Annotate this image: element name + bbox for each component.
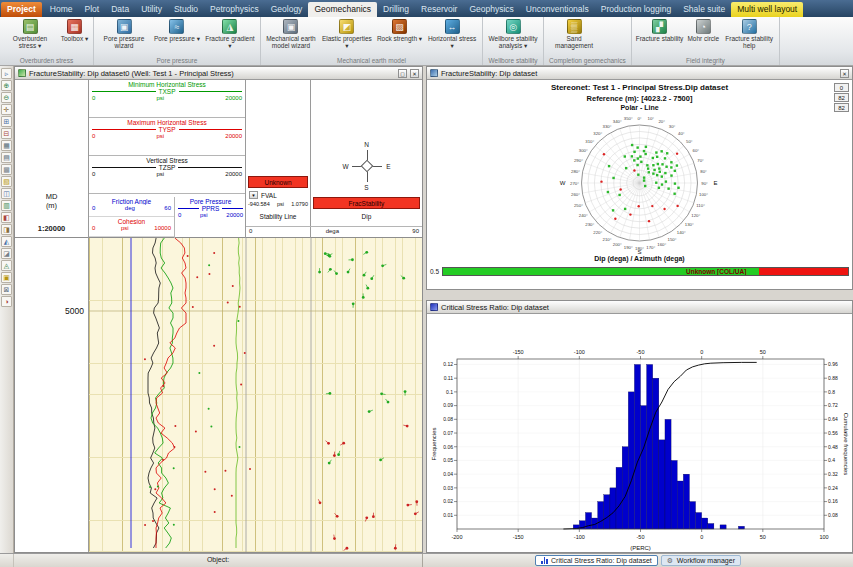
pore-pressure-wizard-button[interactable]: ▣Pore pressure wizard [96, 18, 152, 50]
track-remove-icon[interactable]: ⊟ [1, 128, 12, 139]
stereonet-counter-0[interactable]: 0 [834, 83, 849, 92]
fracture-stability-icon: ▞ [652, 19, 667, 34]
log-tracks-chart[interactable] [89, 238, 422, 552]
svg-text:0.96: 0.96 [828, 361, 838, 367]
tab-geology[interactable]: Geology [265, 2, 309, 17]
split-panel-icon[interactable]: ◫ [1, 188, 12, 199]
mechanical-earth-model-wizard-button[interactable]: ▣Mechanical earth model wizard [263, 18, 319, 50]
pointer-tool-icon[interactable]: ▹ [1, 68, 12, 79]
elastic-properties-button[interactable]: ◩Elastic properties ▾ [319, 18, 375, 50]
zonation-icon[interactable]: ▣ [1, 272, 12, 283]
tab-unconventionals[interactable]: Unconventionals [520, 2, 595, 17]
zoom-in-tool-icon[interactable]: ⊕ [1, 80, 12, 91]
ribbon-group-label: Completion geomechanics [546, 57, 629, 65]
shading-icon[interactable]: ▧ [1, 176, 12, 187]
tab-geophysics[interactable]: Geophysics [463, 2, 519, 17]
close-icon[interactable]: ✕ [840, 69, 849, 78]
pan-tool-icon[interactable]: ✛ [1, 104, 12, 115]
stereonet-counter-2[interactable]: 82 [834, 103, 849, 112]
stereonet-counter-1[interactable]: 82 [834, 93, 849, 102]
depth-scale[interactable]: 1:20000 [15, 224, 88, 233]
marker-icon[interactable]: ◬ [1, 260, 12, 271]
stereonet-mode: Polar - Line [427, 104, 852, 111]
zoom-out-tool-icon[interactable]: ⊖ [1, 92, 12, 103]
scale-min: 0 [92, 205, 95, 211]
tab-project[interactable]: Project [1, 2, 42, 17]
tab-geomechanics[interactable]: Geomechanics [308, 2, 377, 17]
svg-text:0.8: 0.8 [828, 389, 835, 395]
dropdown-arrow-icon[interactable]: ▼ [249, 191, 258, 199]
statusbar-tab-workflow-manager[interactable]: ⚙Workflow manager [661, 555, 741, 566]
curve-header-tzsp[interactable]: Vertical StressTZSP0psi20000 [89, 156, 245, 194]
tab-drilling[interactable]: Drilling [377, 2, 415, 17]
scale-min: 0 [92, 95, 95, 101]
close-icon[interactable]: ✕ [410, 69, 419, 78]
curve-header-tysp[interactable]: Maximum Horizontal StressTYSP0psi20000 [89, 118, 245, 156]
toolbox-button[interactable]: ▦Toolbox ▾ [58, 18, 91, 43]
tab-multi-well-layout[interactable]: Multi well layout [731, 2, 803, 17]
tab-shale-suite[interactable]: Shale suite [677, 2, 731, 17]
layout-grid-icon[interactable]: ▦ [1, 140, 12, 151]
print-icon[interactable]: ⊠ [1, 284, 12, 295]
mohr-circle-button[interactable]: ◔Mohr circle [685, 18, 721, 43]
depth-unit: (m) [15, 201, 88, 210]
stereonet-chart[interactable]: 0°10°20°30°40°50°60°70°80°90°100°110°120… [427, 113, 852, 255]
ribbon-button-label: Sand management [548, 35, 600, 49]
settings-icon[interactable]: ◑ [1, 296, 12, 307]
scale-max: 20000 [225, 95, 242, 101]
curve-header-pprs[interactable]: Pore Pressure PPRS 0 psi 20000 [175, 197, 246, 238]
tab-utility[interactable]: Utility [135, 2, 168, 17]
track-add-icon[interactable]: ⊞ [1, 116, 12, 127]
log-panel-titlebar[interactable]: FractureStability: Dip dataset0 (Well: T… [15, 67, 422, 80]
curve-header-friction-angle[interactable]: Friction Angle 0 deg 60 [89, 197, 174, 217]
tab-home[interactable]: Home [44, 2, 79, 17]
curve-header-txsp[interactable]: Minimum Horizontal StressTXSP0psi20000 [89, 80, 245, 118]
critical-stress-histogram-chart[interactable]: -150-100-50050-200-150-100-500501000.120… [427, 314, 852, 552]
ribbon-button-label: Pore pressure ▾ [154, 35, 200, 42]
scale-unit: psi [200, 212, 208, 218]
fval-selector[interactable]: ▼ FVAL [249, 190, 307, 200]
pore-pressure-button[interactable]: ≈Pore pressure ▾ [152, 18, 202, 43]
fracstability-flag-box[interactable]: FracStability [313, 197, 420, 209]
stereonet-axis-label: Dip (dega) / Azimuth (dega) [427, 255, 852, 262]
maximize-icon[interactable]: ◻ [398, 69, 407, 78]
gridlines-icon[interactable]: ▩ [1, 164, 12, 175]
histogram-panel-titlebar[interactable]: Critical Stress Ratio: Dip dataset [427, 301, 852, 314]
horizontal-stress-button[interactable]: ↔Horizontal stress ▾ [424, 18, 480, 50]
tab-data[interactable]: Data [105, 2, 135, 17]
scale-min: 0 [92, 133, 95, 139]
annotation-icon[interactable]: ◪ [1, 248, 12, 259]
overburden-stress-button[interactable]: ▤Overburden stress ▾ [2, 18, 58, 50]
depth-range-icon[interactable]: ◭ [1, 236, 12, 247]
tab-production-logging[interactable]: Production logging [595, 2, 677, 17]
tab-studio[interactable]: Studio [168, 2, 204, 17]
fracture-gradient-button[interactable]: ◮Fracture gradient ▾ [202, 18, 258, 50]
stereonet-panel-titlebar[interactable]: FractureStability: Dip dataset ✕ [427, 67, 852, 80]
ribbon-group-mechanical-earth-model: ▣Mechanical earth model wizard◩Elastic p… [261, 17, 483, 65]
statusbar-tab-critical-stress-ratio-dip-dataset[interactable]: Critical Stress Ratio: Dip dataset [535, 555, 658, 566]
ribbon-button-label: Horizontal stress ▾ [426, 35, 478, 49]
wellbore-stability-analysis-button[interactable]: ◎Wellbore stability analysis ▾ [485, 18, 541, 50]
ribbon-button-label: Overburden stress ▾ [4, 35, 56, 49]
scale-min: 0 [92, 171, 95, 177]
curve-header-cohesion[interactable]: Cohesion 0 psi 10000 [89, 217, 174, 237]
log-curve-tzsp [148, 238, 160, 548]
svg-text:50: 50 [760, 534, 766, 540]
tab-reservoir[interactable]: Reservoir [415, 2, 463, 17]
unknown-flag-box[interactable]: Unknown [248, 176, 308, 188]
rock-strength-button[interactable]: ▨Rock strength ▾ [375, 18, 424, 43]
tab-plot[interactable]: Plot [79, 2, 106, 17]
sand-management-button[interactable]: ▒Sand management [546, 18, 602, 50]
curve-add-icon[interactable]: ◧ [1, 212, 12, 223]
fracture-stability-button[interactable]: ▞Fracture stability [634, 18, 686, 43]
header-display-icon[interactable]: ▤ [1, 152, 12, 163]
tab-petrophysics[interactable]: Petrophysics [204, 2, 265, 17]
table-view-icon[interactable]: ▥ [1, 200, 12, 211]
stereonet-colorbar[interactable]: Unknown [COL/UA] [442, 267, 849, 276]
ribbon-button-label: Toolbox ▾ [61, 35, 88, 42]
histogram-panel-title: Critical Stress Ratio: Dip dataset [441, 303, 549, 312]
curve-edit-icon[interactable]: ◨ [1, 224, 12, 235]
fracture-stability-help-button[interactable]: ?Fracture stability help [721, 18, 777, 50]
log-plot-area[interactable]: 5000 [15, 238, 422, 552]
svg-text:140°: 140° [677, 230, 686, 235]
